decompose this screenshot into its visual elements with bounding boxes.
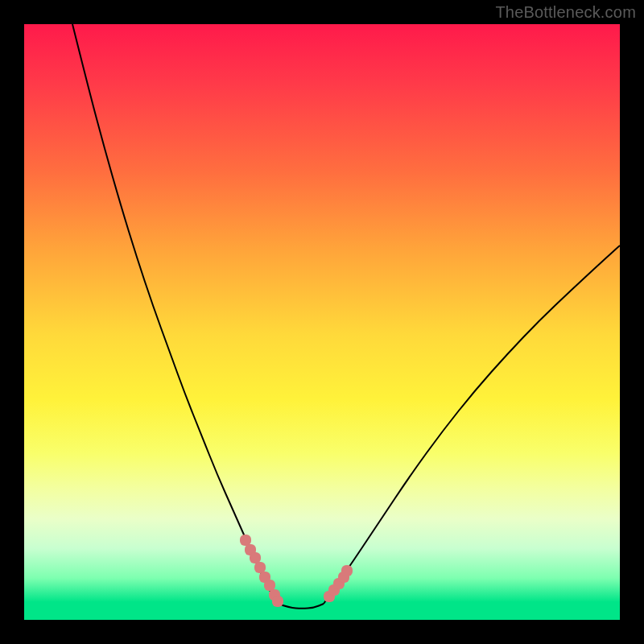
bead-marker (341, 565, 353, 576)
chart-svg (24, 24, 620, 620)
bead-marker (272, 596, 283, 607)
beads-right (324, 565, 353, 602)
left-curve (72, 24, 278, 604)
bead-marker (264, 580, 275, 591)
bead-marker (254, 562, 266, 573)
bead-marker (240, 535, 251, 546)
valley-floor (278, 604, 324, 609)
bead-marker (250, 552, 261, 564)
chart-frame (24, 24, 620, 620)
watermark-text: TheBottleneck.com (495, 3, 636, 22)
right-curve (324, 246, 620, 604)
beads-left (240, 535, 283, 607)
